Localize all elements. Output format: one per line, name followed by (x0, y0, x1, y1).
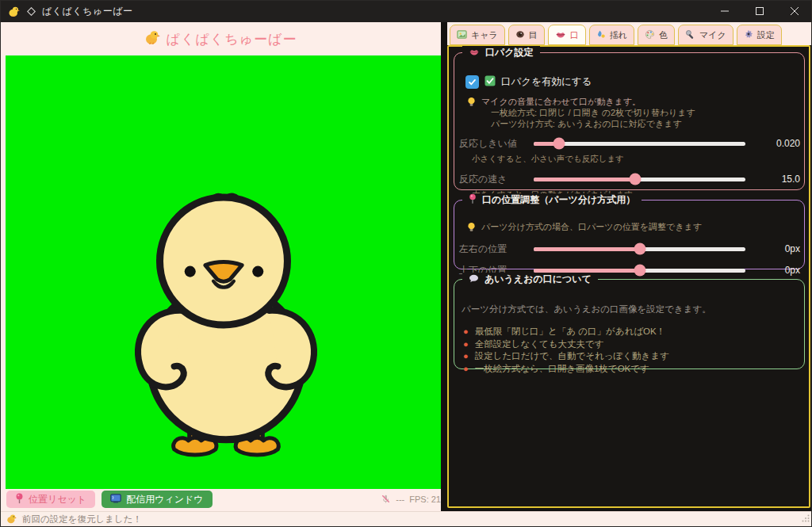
list-item: ●全部設定しなくても大丈夫です (463, 338, 804, 351)
speed-slider-fill (534, 178, 635, 181)
list-item: ●最低限「閉じ口」と「あ の口」があればOK！ (463, 326, 804, 338)
app-header: ぱくぱくちゅーばー (0, 22, 441, 55)
section-aiueo-title: あいうえおの口について (485, 273, 592, 286)
mic-muted-icon (381, 494, 391, 506)
horizontal-slider-thumb[interactable] (634, 243, 645, 255)
app-icon (27, 7, 36, 16)
speed-slider-row: 反応の速さ 15.0 (454, 171, 804, 187)
lipsync-hint-line2: 一枚絵方式: 口閉じ / 口開き の2枚で切り替わります (481, 107, 695, 118)
tab-chara-label: キャラ (471, 29, 498, 41)
horizontal-slider-row: 左右の位置 0px (454, 241, 804, 257)
section-lipsync-legend: 口パク設定 (462, 46, 540, 59)
lips-icon (555, 30, 566, 40)
pushpin-icon (469, 193, 477, 207)
lipsync-hint-line1: マイクの音量に合わせて口が動きます。 (481, 96, 695, 107)
threshold-value: 0.020 (745, 138, 804, 149)
section-mouth-position: 口の位置調整（パーツ分け方式用） パーツ分け方式の場合、口パーツの位置を調整でき… (454, 200, 805, 269)
tv-icon (110, 494, 121, 506)
horizontal-value: 0px (745, 243, 804, 254)
character-chick[interactable] (120, 189, 332, 460)
vertical-slider-fill (534, 269, 640, 273)
aiueo-intro: パーツ分け方式では、あいうえおの口画像を設定できます。 (462, 304, 804, 315)
vertical-slider-thumb[interactable] (634, 265, 645, 277)
horizontal-slider-fill (534, 247, 640, 251)
bullet-dot: ● (463, 363, 469, 376)
tab-color[interactable]: 色 (638, 25, 675, 45)
section-mouth-position-title: 口の位置調整（パーツ分け方式用） (482, 193, 635, 207)
green-screen-stage (6, 55, 441, 489)
statusbar: 前回の設定を復元しました！ (0, 511, 812, 527)
status-message: 前回の設定を復元しました！ (22, 514, 142, 525)
section-aiueo-legend: あいうえおの口について (462, 273, 598, 286)
position-reset-label: 位置リセット (29, 493, 86, 506)
section-lipsync: 口パク設定 口パクを有効にする マイクの音量に合わせて口が動きます。 一枚絵方式… (454, 52, 805, 190)
threshold-slider-row: 反応しきい値 0.020 (454, 136, 804, 151)
stream-window-button[interactable]: 配信用ウィンドウ (102, 491, 212, 508)
speed-label: 反応の速さ (454, 173, 534, 186)
section-mouth-position-legend: 口の位置調整（パーツ分け方式用） (462, 193, 642, 207)
threshold-slider-thumb[interactable] (553, 138, 565, 150)
chick-icon (8, 6, 20, 17)
lipsync-enable-checkbox[interactable] (465, 75, 479, 89)
horizontal-slider[interactable] (534, 247, 745, 251)
bulb-icon (467, 96, 476, 110)
lipsync-enable-label: 口パクを有効にする (501, 75, 592, 89)
tab-chara[interactable]: キャラ (450, 25, 505, 45)
close-button[interactable] (777, 0, 812, 22)
bulb-icon (467, 221, 476, 235)
tab-color-label: 色 (659, 29, 668, 41)
settings-tabs: キャラ 目 口 揺れ 色 マイク 設定 (450, 25, 782, 45)
settings-panel: 口パク設定 口パクを有効にする マイクの音量に合わせて口が動きます。 一枚絵方式… (447, 45, 810, 508)
mouth-position-hint: パーツ分け方式の場合、口パーツの位置を調整できます (481, 221, 702, 232)
tab-mouth-label: 口 (570, 29, 579, 41)
close-icon (791, 7, 799, 15)
tab-sway-label: 揺れ (610, 29, 627, 41)
speech-balloon-icon (469, 274, 479, 285)
bullet-dot: ● (463, 326, 469, 338)
minimize-icon (721, 7, 729, 15)
threshold-hint: 小さくすると、小さい声でも反応します (472, 154, 804, 165)
stream-window-label: 配信用ウィンドウ (126, 493, 203, 506)
lipsync-hint-line3: パーツ分け方式: あいうえおの口に対応できます (481, 118, 695, 129)
pushpin-icon (15, 493, 24, 506)
aiueo-bullet-list: ●最低限「閉じ口」と「あ の口」があればOK！ ●全部設定しなくても大丈夫です … (463, 326, 804, 375)
tab-eyes-label: 目 (529, 29, 538, 41)
app-title: ぱくぱくちゅーばー (167, 30, 297, 48)
threshold-slider[interactable] (534, 142, 745, 146)
check-icon (468, 78, 477, 86)
maximize-button[interactable] (742, 0, 777, 22)
speed-slider[interactable] (534, 178, 745, 181)
green-check-icon (485, 75, 496, 89)
titlebar: ぱくぱくちゅーばー (0, 0, 812, 22)
sway-icon (596, 29, 606, 40)
tab-mic[interactable]: マイク (678, 25, 733, 45)
status-chick-icon (6, 514, 17, 525)
section-aiueo-info: あいうえおの口について パーツ分け方式では、あいうえおの口画像を設定できます。 … (454, 279, 805, 369)
speed-slider-thumb[interactable] (630, 174, 642, 185)
fps-meter: --- FPS: 21 (355, 489, 441, 510)
lips-icon (469, 48, 480, 59)
minimize-button[interactable] (707, 0, 742, 22)
position-reset-button[interactable]: 位置リセット (6, 491, 95, 508)
horizontal-label: 左右の位置 (454, 242, 534, 256)
threshold-label: 反応しきい値 (454, 137, 534, 151)
picture-icon (457, 29, 467, 41)
section-lipsync-title: 口パク設定 (485, 46, 534, 59)
list-item: ●一枚絵方式なら、口開き画像1枚でOKです (463, 363, 804, 376)
resize-grip[interactable] (802, 514, 810, 524)
eye-icon (515, 29, 525, 40)
vertical-value: 0px (745, 265, 804, 276)
window-title: ぱくぱくちゅーばー (42, 5, 132, 18)
bullet-dot: ● (463, 338, 469, 351)
vertical-slider[interactable] (534, 269, 745, 273)
tab-mouth[interactable]: 口 (548, 25, 586, 45)
tab-eyes[interactable]: 目 (508, 25, 545, 45)
tab-settings-label: 設定 (757, 29, 775, 41)
header-chick-icon (144, 29, 160, 48)
tab-settings[interactable]: 設定 (737, 25, 782, 45)
fps-label: FPS: 21 (409, 495, 441, 504)
gear-icon (744, 29, 753, 40)
palette-icon (645, 29, 655, 41)
mic-level-dashes: --- (396, 495, 404, 504)
tab-sway[interactable]: 揺れ (589, 25, 634, 45)
